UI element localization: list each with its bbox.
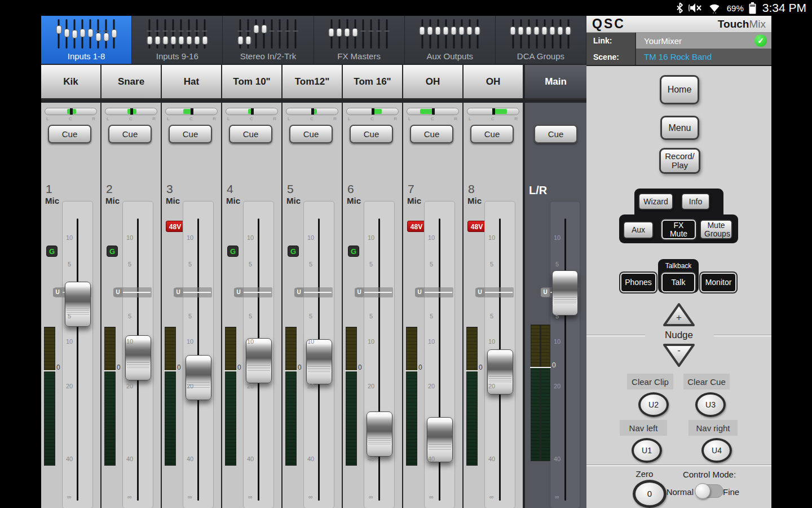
clear-cue-button[interactable]: Clear Cue [683, 374, 730, 389]
cue-button[interactable]: Cue [229, 125, 272, 143]
touchmix-app: 69% 3:34 PM Inputs 1-8 Inputs 9-16 Stere… [0, 0, 812, 508]
aux-button[interactable]: Aux [623, 221, 654, 239]
fader-scale-label: 10 [365, 338, 377, 345]
channel-name-button[interactable]: OH [403, 65, 462, 100]
monitor-button[interactable]: Monitor [700, 273, 736, 292]
channel-name: Tom 16" [354, 76, 391, 87]
wizard-button[interactable]: Wizard [638, 193, 673, 210]
tab-label: FX Masters [314, 51, 404, 61]
channel-name-button[interactable]: Snare [102, 65, 161, 100]
channel-strip: Hat LCR Cue 3 Mic 48V U 1055102040∞ [162, 64, 221, 508]
fader-cap[interactable] [65, 282, 91, 327]
fx-mute-button[interactable]: FXMute [661, 220, 696, 239]
fader-scale-label: 40 [365, 456, 377, 462]
cue-button[interactable]: Cue [350, 125, 393, 143]
channel-strips: Kik LCR Cue 1 Mic G U 1055102040∞ [41, 64, 586, 508]
info-button[interactable]: Info [681, 193, 710, 210]
fader-scale-label: 5 [551, 261, 563, 268]
cue-button[interactable]: Cue [169, 125, 212, 143]
pan-indicator[interactable] [226, 108, 278, 115]
pan-indicator[interactable] [45, 108, 97, 115]
channel-name-button[interactable]: Tom12" [283, 65, 342, 100]
pan-indicator[interactable] [105, 108, 157, 115]
cue-button[interactable]: Cue [534, 125, 577, 143]
tab-inputs-1-8[interactable]: Inputs 1-8 [41, 16, 131, 64]
fader-scale-label: ∞ [486, 493, 497, 500]
mini-fader [527, 19, 530, 49]
pan-indicator[interactable] [165, 108, 218, 115]
user-button-u2[interactable]: U2 [638, 392, 669, 417]
user-button-u4[interactable]: U4 [701, 438, 732, 463]
fader-scale-label: 40 [426, 456, 437, 462]
link-value[interactable]: YourMixer ✓ [636, 33, 771, 49]
fader-track: U 1055102040∞ [303, 201, 334, 508]
mini-fader [369, 19, 372, 49]
channel-name-button[interactable]: Hat [162, 65, 221, 100]
toggle-knob[interactable] [695, 483, 710, 499]
pan-scale-labels: LCR [45, 116, 97, 121]
fader-scale-label: 5 [64, 313, 75, 319]
link-label: Link: [586, 33, 636, 49]
nudge-up-button[interactable]: + [662, 302, 696, 327]
mini-fader [385, 19, 388, 49]
tab-dca-groups[interactable]: DCA Groups [496, 16, 586, 64]
tab-fx-masters[interactable]: FX Masters [314, 16, 404, 64]
unity-gain-marker: U [356, 287, 393, 297]
fader-scale-label: 5 [551, 313, 563, 319]
tab-aux-outputs[interactable]: Aux Outputs [405, 16, 495, 64]
fader-cap[interactable] [367, 411, 392, 457]
record-play-button[interactable]: Record/Play [659, 148, 700, 174]
unity-label: U [234, 288, 243, 297]
cue-button[interactable]: Cue [410, 125, 453, 143]
user-button-u1[interactable]: U1 [632, 438, 662, 463]
scene-value[interactable]: TM 16 Rock Band [636, 49, 771, 65]
fader-cap[interactable] [186, 355, 211, 400]
menu-button[interactable]: Menu [660, 116, 699, 140]
fader-cap[interactable] [246, 338, 272, 383]
mini-fader [346, 19, 348, 49]
channel-type-label: Mic [105, 196, 120, 205]
unity-label: U [415, 288, 424, 297]
pan-indicator[interactable] [286, 108, 338, 115]
meter-zero-label: 0 [177, 364, 181, 371]
control-mode-toggle[interactable] [695, 484, 723, 498]
channel-name-button[interactable]: Kik [41, 65, 100, 100]
nudge-down-button[interactable]: - [662, 343, 696, 368]
pan-indicator[interactable] [467, 108, 519, 115]
mini-fader [156, 19, 159, 49]
channel-name-button[interactable]: Tom 16" [343, 65, 402, 100]
channel-name-button[interactable]: Tom 10" [222, 65, 281, 100]
cue-button[interactable]: Cue [289, 125, 333, 143]
phones-button[interactable]: Phones [620, 273, 656, 292]
fader-scale-label: 5 [245, 313, 256, 319]
mini-fader [567, 19, 570, 49]
gate-badge: G [288, 246, 299, 257]
clear-clip-button[interactable]: Clear Clip [627, 374, 673, 389]
fader-cap[interactable] [552, 270, 578, 316]
channel-strip: Tom 10" LCR Cue 4 Mic G U 1055102040∞ [222, 64, 281, 508]
pan-indicator[interactable] [407, 108, 459, 115]
fader-cap[interactable] [306, 339, 332, 384]
fader-scale-label: 10 [426, 234, 437, 241]
talk-button[interactable]: Talk [661, 273, 695, 292]
mini-fader [58, 19, 60, 49]
cue-button[interactable]: Cue [470, 125, 514, 143]
fader-scale-label: 40 [184, 456, 196, 462]
channel-name-button[interactable]: Main [525, 65, 586, 100]
user-button-u3[interactable]: U3 [695, 392, 726, 417]
tab-stereo-in-2-trk[interactable]: Stereo In/2-Trk [223, 16, 313, 64]
pan-indicator[interactable] [346, 108, 399, 115]
nav-right-button[interactable]: Nav right [689, 420, 738, 436]
pan-notch [432, 108, 435, 115]
channel-name: OH [426, 76, 440, 87]
channel-name-button[interactable]: OH [464, 65, 523, 100]
home-button[interactable]: Home [660, 75, 699, 104]
cue-button[interactable]: Cue [48, 125, 91, 143]
tab-inputs-9-16[interactable]: Inputs 9-16 [132, 16, 222, 64]
nav-left-button[interactable]: Nav left [620, 420, 667, 436]
cue-button[interactable]: Cue [108, 125, 152, 143]
pan-scale-labels: LCR [467, 116, 519, 121]
mute-groups-button[interactable]: MuteGroups [700, 220, 732, 239]
fader-scale-label: ∞ [245, 493, 256, 500]
unity-label: U [174, 288, 183, 297]
